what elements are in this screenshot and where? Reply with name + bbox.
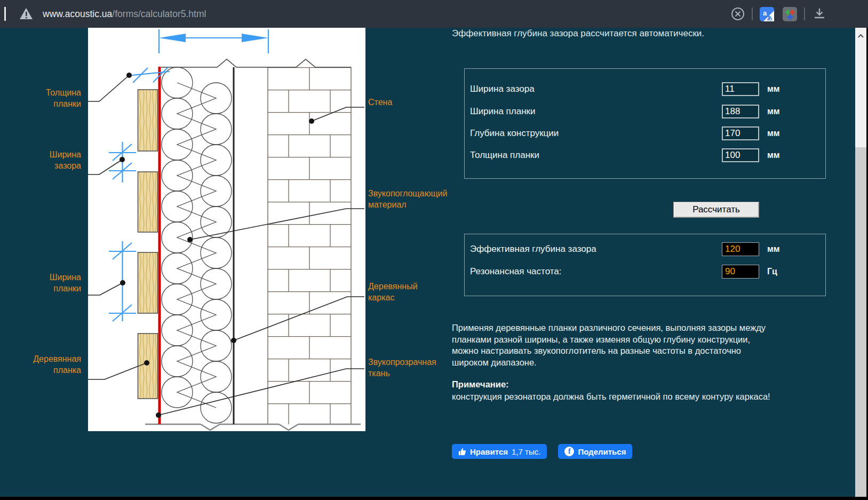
result-row: Резонансная частота: 90 Гц [470,265,820,279]
calculator-form-panel: Ширина зазора мм Ширина планки мм Глубин… [464,68,826,179]
note-body: конструкция резонатора должна быть герме… [452,391,774,403]
warning-icon[interactable] [19,7,33,22]
unit-label: мм [767,82,780,96]
label-wooden-plank: Деревянная планка [0,353,81,376]
unit-label: мм [767,126,780,140]
label-gap-width: Ширина зазора [0,149,81,171]
extension-icon[interactable] [782,6,797,21]
note-title: Примечание: [452,379,509,390]
like-count: 1,7 тыс. [512,447,540,456]
svg-text:a: a [763,9,767,17]
label-sound-absorbing-material: Звукопоглощающий материал [368,188,461,210]
description-paragraph: Применяя деревянные планки различного се… [452,322,774,368]
results-panel: Эффективная глубина зазора 120 мм Резона… [464,234,826,296]
form-row: Толщина планки мм [470,148,820,162]
label-wooden-frame: Деревянный каркас [368,281,461,303]
toolbar-separator [804,7,805,20]
calculate-button[interactable]: Рассчитать [673,202,759,218]
plank-thickness-input[interactable] [722,148,759,162]
form-row: Ширина зазора мм [470,82,820,96]
result-row: Эффективная глубина зазора 120 мм [470,242,820,256]
facebook-share-button[interactable]: f Поделиться [558,444,632,459]
construction-depth-input[interactable] [722,126,759,140]
field-label: Глубина конструкции [470,128,559,138]
url-host: www.acoustic.ua [43,9,112,19]
label-plank-thickness: Толщина планки [0,87,81,109]
effective-gap-depth-value: 120 [722,242,759,256]
browser-top-bar: www.acoustic.ua/forms/calculator5.html a… [0,0,868,28]
svg-text:あ: あ [767,15,773,21]
unit-label: Гц [767,265,777,279]
scrollbar-thumb[interactable] [855,147,866,497]
address-bar[interactable]: www.acoustic.ua/forms/calculator5.html [43,0,206,28]
fabric-line [158,67,161,424]
label-sound-transparent-fabric: Звукопрозрачная ткань [368,356,461,379]
window-bottom-edge [0,497,868,500]
field-label: Ширина зазора [470,84,535,94]
facebook-bar: Нравится 1,7 тыс. f Поделиться [452,444,632,459]
field-label: Толщина планки [470,150,539,160]
plank-width-input[interactable] [722,105,759,118]
label-wall: Стена [368,97,461,108]
result-label: Резонансная частота: [470,266,562,276]
caret [4,7,6,21]
facebook-logo-icon: f [564,447,574,456]
result-label: Эффективная глубина зазора [470,244,596,254]
url-path: /forms/calculator5.html [112,9,206,19]
facebook-like-button[interactable]: Нравится 1,7 тыс. [452,444,547,459]
unit-label: мм [767,105,780,118]
share-label: Поделиться [578,447,626,456]
unit-label: мм [767,242,780,256]
unit-label: мм [767,148,780,162]
toolbar-separator [752,7,753,20]
content-blocked-icon[interactable] [730,6,745,21]
thumbs-up-icon [458,448,466,456]
translate-icon[interactable]: a あ [759,6,774,21]
frame-line [233,67,235,424]
resonance-frequency-value: 90 [722,265,759,279]
construction-diagram [88,28,365,431]
form-row: Глубина конструкции мм [470,126,820,140]
gap-width-input[interactable] [722,82,759,96]
download-icon[interactable] [812,6,827,21]
scrollbar-up-arrow[interactable] [855,28,866,44]
label-plank-width: Ширина планки [0,272,81,294]
field-label: Ширина планки [470,106,536,116]
intro-text: Эффективная глубина зазора рассчитается … [452,28,704,39]
form-row: Ширина планки мм [470,105,820,118]
like-label: Нравится [470,447,508,456]
